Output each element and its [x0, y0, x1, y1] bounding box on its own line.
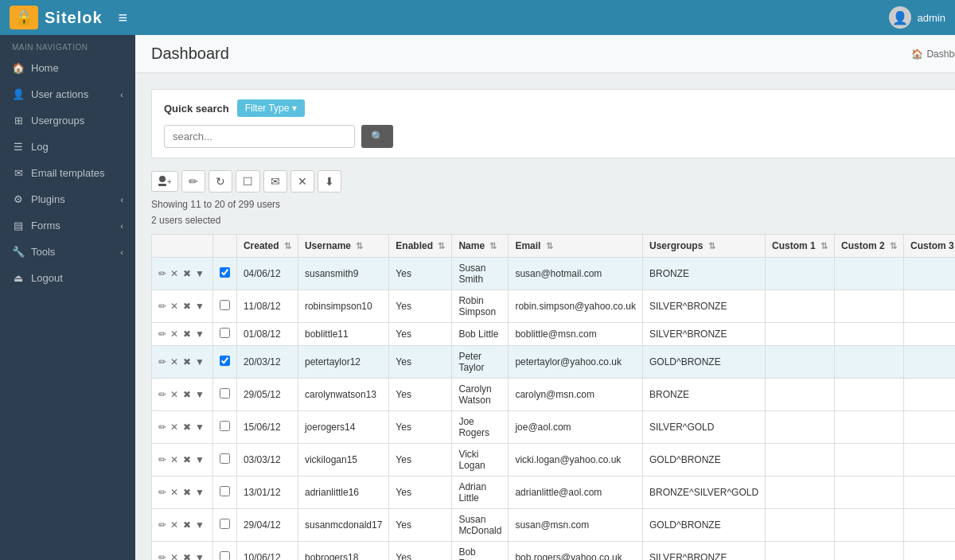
- sidebar-item-usergroups[interactable]: ⊞ Usergroups: [0, 107, 135, 134]
- filter-type-button[interactable]: Filter Type ▾: [237, 99, 305, 117]
- row-checkbox-cell[interactable]: [212, 258, 236, 290]
- row-delete-icon[interactable]: ✕: [170, 487, 178, 498]
- sidebar-item-email-templates-label: Email templates: [31, 167, 104, 179]
- sidebar-item-forms[interactable]: ▤ Forms ‹: [0, 212, 135, 239]
- row-edit-icon[interactable]: ✏: [158, 301, 166, 312]
- row-up-icon[interactable]: ✖: [183, 268, 191, 279]
- row-checkbox-cell[interactable]: [212, 323, 236, 346]
- row-up-icon[interactable]: ✖: [183, 487, 191, 498]
- sidebar-item-logout[interactable]: ⏏ Logout: [0, 265, 135, 291]
- row-down-icon[interactable]: ▼: [195, 389, 205, 400]
- row-edit-icon[interactable]: ✏: [158, 552, 166, 560]
- sidebar-item-log[interactable]: ☰ Log: [0, 134, 135, 160]
- add-user-button[interactable]: +: [151, 171, 178, 192]
- row-edit-icon[interactable]: ✏: [158, 356, 166, 368]
- page-title: Dashboard: [151, 45, 229, 63]
- row-usergroups: BRONZE: [643, 379, 766, 411]
- edit-button[interactable]: ✏: [181, 170, 205, 192]
- row-edit-icon[interactable]: ✏: [158, 454, 166, 465]
- delete-button[interactable]: ✕: [290, 170, 314, 192]
- row-down-icon[interactable]: ▼: [195, 454, 205, 465]
- row-down-icon[interactable]: ▼: [195, 301, 205, 312]
- row-delete-icon[interactable]: ✕: [170, 454, 178, 465]
- row-usergroups: BRONZE^SILVER^GOLD: [643, 476, 766, 509]
- row-delete-icon[interactable]: ✕: [170, 389, 178, 400]
- row-up-icon[interactable]: ✖: [183, 356, 191, 368]
- row-checkbox-cell[interactable]: [212, 542, 236, 561]
- row-checkbox-cell[interactable]: [212, 290, 236, 323]
- row-checkbox-cell[interactable]: [212, 379, 236, 411]
- row-edit-icon[interactable]: ✏: [158, 422, 166, 433]
- row-down-icon[interactable]: ▼: [195, 552, 205, 560]
- row-delete-icon[interactable]: ✕: [170, 519, 178, 531]
- row-up-icon[interactable]: ✖: [183, 519, 191, 531]
- row-edit-icon[interactable]: ✏: [158, 268, 166, 279]
- row-down-icon[interactable]: ▼: [195, 356, 205, 368]
- sidebar-item-user-actions[interactable]: 👤 User actions ‹: [0, 81, 135, 107]
- row-up-icon[interactable]: ✖: [183, 301, 191, 312]
- quick-search-panel: Quick search Filter Type ▾ 🔍: [151, 89, 955, 158]
- search-input[interactable]: [164, 125, 355, 148]
- row-delete-icon[interactable]: ✕: [170, 329, 178, 340]
- row-email: bob.rogers@yahoo.co.uk: [509, 542, 643, 561]
- row-down-icon[interactable]: ▼: [195, 519, 205, 531]
- row-checkbox[interactable]: [220, 453, 230, 464]
- row-up-icon[interactable]: ✖: [183, 552, 191, 560]
- row-checkbox[interactable]: [220, 486, 230, 496]
- row-delete-icon[interactable]: ✕: [170, 301, 178, 312]
- sidebar-item-plugins[interactable]: ⚙ Plugins ‹: [0, 186, 135, 212]
- forms-icon: ▤: [12, 220, 25, 231]
- row-up-icon[interactable]: ✖: [183, 329, 191, 340]
- row-custom3: [904, 509, 955, 542]
- row-checkbox-cell[interactable]: [212, 444, 236, 476]
- row-checkbox[interactable]: [220, 356, 230, 366]
- refresh-button[interactable]: ↻: [209, 170, 232, 192]
- row-down-icon[interactable]: ▼: [195, 268, 205, 279]
- row-checkbox[interactable]: [220, 267, 230, 278]
- row-down-icon[interactable]: ▼: [195, 487, 205, 498]
- home-icon: 🏠: [12, 62, 25, 74]
- row-custom1: [766, 509, 835, 542]
- select-all-button[interactable]: ☐: [236, 170, 260, 192]
- row-checkbox[interactable]: [220, 421, 230, 431]
- table-header-row: Created ⇅ Username ⇅ Enabled ⇅ Name ⇅ Em…: [152, 235, 956, 258]
- export-button[interactable]: ⬇: [318, 170, 341, 192]
- col-username: Username ⇅: [298, 235, 388, 258]
- row-checkbox-cell[interactable]: [212, 346, 236, 379]
- row-checkbox[interactable]: [220, 551, 230, 560]
- email-templates-icon: ✉: [12, 167, 25, 179]
- svg-point-1: [159, 176, 166, 182]
- row-actions: ✏ ✕ ✖ ▼: [152, 379, 213, 411]
- row-edit-icon[interactable]: ✏: [158, 329, 166, 340]
- sidebar-item-home-label: Home: [31, 62, 59, 74]
- email-button[interactable]: ✉: [263, 170, 287, 192]
- row-edit-icon[interactable]: ✏: [158, 389, 166, 400]
- brand-logo-icon: 🔒: [10, 6, 38, 29]
- row-edit-icon[interactable]: ✏: [158, 519, 166, 531]
- row-checkbox-cell[interactable]: [212, 411, 236, 444]
- sidebar-item-tools[interactable]: 🔧 Tools ‹: [0, 239, 135, 265]
- row-checkbox[interactable]: [220, 328, 230, 338]
- row-checkbox-cell[interactable]: [212, 509, 236, 542]
- row-down-icon[interactable]: ▼: [195, 329, 205, 340]
- row-up-icon[interactable]: ✖: [183, 422, 191, 433]
- row-checkbox-cell[interactable]: [212, 476, 236, 509]
- row-delete-icon[interactable]: ✕: [170, 552, 178, 560]
- hamburger-icon[interactable]: ≡: [119, 9, 128, 27]
- table-row: ✏ ✕ ✖ ▼ 04/06/12 susansmith9 Yes Susan S…: [152, 258, 956, 290]
- row-delete-icon[interactable]: ✕: [170, 356, 178, 368]
- row-checkbox[interactable]: [220, 519, 230, 529]
- sidebar-item-home[interactable]: 🏠 Home: [0, 55, 135, 81]
- top-nav: 🔒 Sitelok ≡ 👤 admin: [0, 0, 955, 35]
- row-down-icon[interactable]: ▼: [195, 422, 205, 433]
- row-name: Adrian Little: [452, 476, 509, 509]
- row-delete-icon[interactable]: ✕: [170, 268, 178, 279]
- row-checkbox[interactable]: [220, 388, 230, 399]
- row-edit-icon[interactable]: ✏: [158, 487, 166, 498]
- row-delete-icon[interactable]: ✕: [170, 422, 178, 433]
- row-up-icon[interactable]: ✖: [183, 454, 191, 465]
- row-checkbox[interactable]: [220, 300, 230, 310]
- row-up-icon[interactable]: ✖: [183, 389, 191, 400]
- search-button[interactable]: 🔍: [361, 125, 393, 148]
- sidebar-item-email-templates[interactable]: ✉ Email templates: [0, 160, 135, 186]
